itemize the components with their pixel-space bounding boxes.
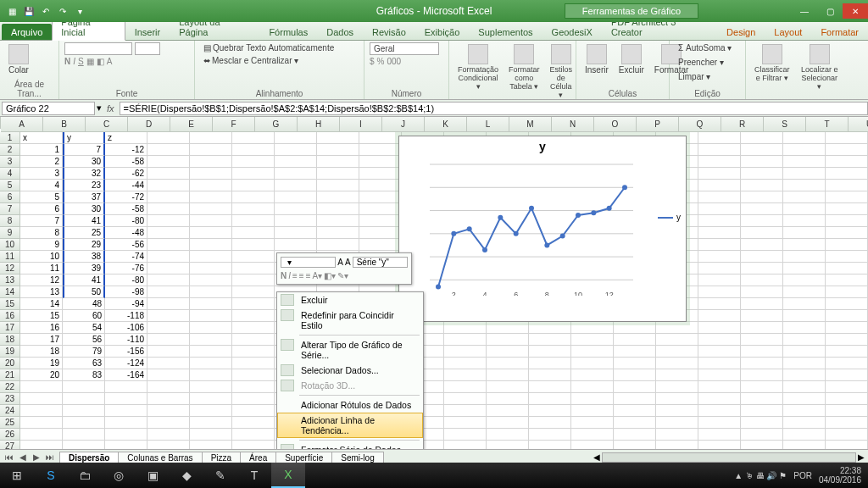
row-header[interactable]: 2: [0, 144, 20, 156]
cell[interactable]: [826, 263, 868, 274]
cell[interactable]: [444, 429, 487, 441]
cell[interactable]: 18: [20, 346, 63, 358]
col-header-N[interactable]: N: [552, 117, 594, 132]
col-header-D[interactable]: D: [128, 117, 170, 132]
sheet-tab-área[interactable]: Área: [240, 452, 276, 463]
cell[interactable]: [359, 144, 402, 156]
cell[interactable]: -94: [105, 298, 147, 310]
cell[interactable]: [698, 393, 741, 405]
cell[interactable]: [826, 346, 868, 358]
cell[interactable]: [826, 405, 868, 417]
cell[interactable]: 23: [63, 180, 105, 191]
cell[interactable]: -106: [105, 322, 147, 334]
cell[interactable]: [826, 180, 868, 191]
row-header[interactable]: 10: [0, 239, 20, 251]
cell[interactable]: -72: [105, 191, 147, 203]
cell[interactable]: [190, 429, 232, 441]
cell[interactable]: [741, 180, 783, 191]
cell-styles-button[interactable]: Estilos de Célula ▾: [547, 42, 576, 101]
redo-icon[interactable]: ↷: [56, 4, 70, 18]
cell[interactable]: 20: [20, 369, 63, 381]
cell[interactable]: [783, 215, 826, 227]
cell[interactable]: [529, 417, 571, 429]
cell[interactable]: [783, 405, 826, 417]
cell[interactable]: [826, 156, 868, 168]
cell[interactable]: [232, 227, 275, 239]
cell[interactable]: [232, 156, 275, 168]
cell[interactable]: [190, 417, 232, 429]
cell[interactable]: 60: [63, 310, 105, 322]
cell[interactable]: 38: [63, 251, 105, 263]
cell[interactable]: [698, 215, 741, 227]
cell[interactable]: [741, 263, 783, 274]
cell[interactable]: z: [105, 132, 147, 144]
cell[interactable]: [741, 346, 783, 358]
cell[interactable]: [232, 429, 275, 441]
cell[interactable]: 48: [63, 298, 105, 310]
cell[interactable]: [147, 298, 190, 310]
cell[interactable]: [783, 310, 826, 322]
cell[interactable]: [614, 334, 656, 346]
cell[interactable]: [105, 429, 147, 441]
cell[interactable]: [444, 441, 487, 449]
cell[interactable]: [529, 346, 571, 358]
cell[interactable]: [359, 215, 402, 227]
cell[interactable]: [783, 429, 826, 441]
cell[interactable]: [20, 381, 63, 393]
cell[interactable]: 12: [20, 274, 63, 286]
cell[interactable]: [147, 180, 190, 191]
cell[interactable]: 83: [63, 369, 105, 381]
cell[interactable]: [571, 429, 614, 441]
cell[interactable]: [190, 274, 232, 286]
cell[interactable]: [444, 358, 487, 369]
cell[interactable]: [741, 429, 783, 441]
cell[interactable]: 50: [63, 286, 105, 298]
cell[interactable]: [529, 405, 571, 417]
cell[interactable]: [826, 191, 868, 203]
cell[interactable]: [147, 274, 190, 286]
cell[interactable]: [147, 405, 190, 417]
cell[interactable]: [444, 346, 487, 358]
row-header[interactable]: 22: [0, 381, 20, 393]
cell[interactable]: [147, 286, 190, 298]
cell[interactable]: 7: [63, 144, 105, 156]
ctx-selecionar-dados-[interactable]: Selecionar Dados...: [277, 363, 423, 378]
cell[interactable]: [317, 203, 359, 215]
cell[interactable]: [359, 156, 402, 168]
cell[interactable]: [614, 369, 656, 381]
cell[interactable]: -80: [105, 215, 147, 227]
cell[interactable]: [529, 334, 571, 346]
cell[interactable]: [614, 405, 656, 417]
cell[interactable]: [63, 429, 105, 441]
cell[interactable]: [359, 180, 402, 191]
tab-geodesix[interactable]: GeodesiX: [542, 24, 602, 40]
cell[interactable]: [783, 334, 826, 346]
cell[interactable]: 5: [20, 191, 63, 203]
cell[interactable]: [190, 251, 232, 263]
name-box[interactable]: Gráfico 22: [2, 102, 95, 115]
sort-filter-button[interactable]: Classificar e Filtrar ▾: [751, 42, 793, 84]
cell[interactable]: 14: [20, 298, 63, 310]
cell[interactable]: [444, 334, 487, 346]
col-header-B[interactable]: B: [43, 117, 86, 132]
row-header[interactable]: 11: [0, 251, 20, 263]
cell[interactable]: [275, 191, 317, 203]
cell[interactable]: [698, 156, 741, 168]
bold-button[interactable]: N: [64, 57, 70, 66]
cell[interactable]: [147, 429, 190, 441]
cell[interactable]: [826, 144, 868, 156]
row-header[interactable]: 15: [0, 298, 20, 310]
cell[interactable]: [232, 180, 275, 191]
sheet-tab-semi-log[interactable]: Semi-log: [331, 452, 383, 463]
ctx-excluir[interactable]: Excluir: [277, 292, 423, 308]
cell[interactable]: [190, 132, 232, 144]
cell[interactable]: [826, 334, 868, 346]
cell[interactable]: [741, 132, 783, 144]
cell[interactable]: [20, 417, 63, 429]
cell[interactable]: [20, 441, 63, 449]
sheet-tab-colunas e barras[interactable]: Colunas e Barras: [118, 452, 202, 463]
tab-suplementos[interactable]: Suplementos: [469, 24, 542, 40]
cell[interactable]: [147, 393, 190, 405]
row-header[interactable]: 14: [0, 286, 20, 298]
cell[interactable]: [783, 322, 826, 334]
